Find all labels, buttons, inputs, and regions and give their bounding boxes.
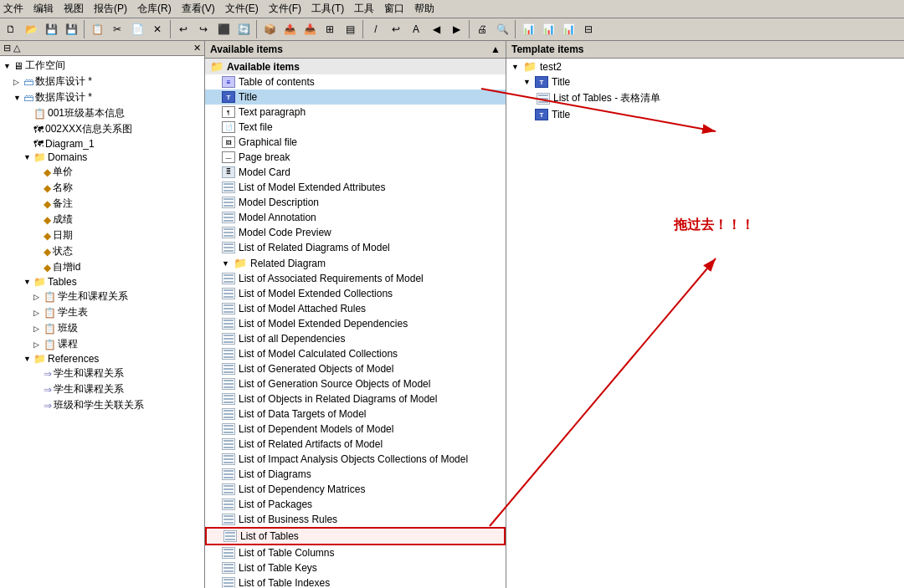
tb-btn17[interactable]: 📊 [559,20,578,38]
menu-repo[interactable]: 仓库(R) [137,2,172,16]
tb-btn4[interactable]: 📤 [280,20,299,38]
item-ext-deps[interactable]: List of Model Extended Dependencies [205,316,506,331]
tree-references[interactable]: ▼ 📁 References [22,352,203,366]
tree-ref2[interactable]: ⇒ 学生和课程关系 [32,381,203,397]
item-model-desc[interactable]: Model Description [205,195,506,210]
tb-save[interactable]: 💾 [42,20,60,38]
item-attached-rules[interactable]: List of Model Attached Rules [205,301,506,316]
menu-filef[interactable]: 文件(F) [269,2,301,16]
item-assoc-req[interactable]: List of Associated Requirements of Model [205,271,506,286]
tree-ref3[interactable]: ⇒ 班级和学生关联关系 [32,397,203,413]
tb-btn8[interactable]: / [367,20,385,38]
tmpl-title1[interactable]: ▼ T Title [506,74,904,89]
item-model-code[interactable]: Model Code Preview [205,225,506,240]
menu-filee[interactable]: 文件(E) [225,2,259,16]
item-calc-coll[interactable]: List of Model Calculated Collections [205,346,506,361]
item-gen-source[interactable]: List of Generation Source Objects of Mod… [205,376,506,391]
menu-window[interactable]: 窗口 [384,2,404,16]
item-title[interactable]: T Title [205,89,506,105]
tree-tables[interactable]: ▼ 📁 Tables [22,275,203,289]
tb-paste[interactable]: 📄 [128,20,146,38]
item-impact-analysis[interactable]: List of Impact Analysis Objects Collecti… [205,452,506,467]
tb-btn11[interactable]: ◀ [427,20,445,38]
tmpl-test2[interactable]: ▼ 📁 test2 [506,59,904,74]
item-biz-rules[interactable]: List of Business Rules [205,512,506,527]
tb-btn13[interactable]: 🖨 [473,20,491,38]
tree-domain-name[interactable]: ◆ 名称 [32,180,203,196]
tree-db1[interactable]: ▷ 🗃 数据库设计 * [12,74,203,89]
tree-table-course[interactable]: ▷ 📋 课程 [32,336,203,352]
tree-diagram1[interactable]: 🗺 Diagram_1 [22,137,203,151]
tmpl-title2[interactable]: T Title [506,107,904,122]
tb-btn1[interactable]: ⬛ [214,20,233,38]
item-related-artifacts[interactable]: List of Related Artifacts of Model [205,437,506,452]
tree-ref1[interactable]: ⇒ 学生和课程关系 [32,366,203,381]
tree-db2[interactable]: ▼ 🗃 数据库设计 * [12,89,203,105]
tb-redo[interactable]: ↪ [194,20,213,38]
tree-domain-status[interactable]: ◆ 状态 [32,243,203,259]
tb-cut[interactable]: ✂ [108,20,126,38]
tree-workspace[interactable]: ▼ 🖥 工作空间 [2,58,203,74]
tree-table001[interactable]: 📋 001班级基本信息 [22,105,203,121]
item-gen-objects[interactable]: List of Generated Objects of Model [205,361,506,376]
tb-btn3[interactable]: 📦 [260,20,279,38]
item-model-card[interactable]: ≣ Model Card [205,165,506,180]
tb-btn16[interactable]: 📊 [539,20,557,38]
menu-tools-t[interactable]: 工具(T) [311,2,344,16]
item-text-file[interactable]: 📄 Text file [205,120,506,135]
tb-btn5[interactable]: 📥 [300,20,319,38]
tree-domains[interactable]: ▼ 📁 Domains [22,151,203,164]
menu-file[interactable]: 文件 [3,2,23,16]
item-model-ext-attrs[interactable]: List of Model Extended Attributes [205,180,506,195]
item-model-annot[interactable]: Model Annotation [205,210,506,225]
item-page-break[interactable]: — Page break [205,150,506,165]
tb-btn7[interactable]: ▤ [341,20,359,38]
menu-look[interactable]: 查看(V) [182,2,215,16]
item-ext-coll[interactable]: List of Model Extended Collections [205,286,506,301]
tree-table-sc[interactable]: ▷ 📋 学生和课程关系 [32,289,203,304]
item-dep-models[interactable]: List of Dependent Models of Model [205,422,506,437]
item-all-deps[interactable]: List of all Dependencies [205,331,506,346]
tree-domain-note[interactable]: ◆ 备注 [32,196,203,212]
tb-save2[interactable]: 💾 [62,20,80,38]
item-table-indexes[interactable]: List of Table Indexes [205,575,506,588]
item-data-targets[interactable]: List of Data Targets of Model [205,406,506,422]
item-table-keys[interactable]: List of Table Keys [205,560,506,575]
tree-domain-price[interactable]: ◆ 单价 [32,164,203,180]
menu-help[interactable]: 帮助 [414,2,434,16]
tb-btn18[interactable]: ⊟ [579,20,598,38]
item-table-cols[interactable]: List of Table Columns [205,545,506,560]
tree-domain-id[interactable]: ◆ 自增id [32,259,203,275]
item-list-diagrams[interactable]: List of Diagrams [205,467,506,482]
tb-copy[interactable]: 📋 [88,20,106,38]
item-packages[interactable]: List of Packages [205,497,506,512]
item-text-para[interactable]: ¶ Text paragraph [205,105,506,120]
item-graphical-file[interactable]: 🖼 Graphical file [205,135,506,150]
tree-diagram002[interactable]: 🗺 002XXX信息关系图 [22,121,203,137]
tb-btn12[interactable]: ▶ [447,20,465,38]
tree-domain-date[interactable]: ◆ 日期 [32,228,203,243]
menu-report[interactable]: 报告(P) [94,2,127,16]
tb-btn2[interactable]: 🔄 [234,20,253,38]
item-list-related-diag[interactable]: List of Related Diagrams of Model [205,240,506,255]
tb-btn10[interactable]: A [407,20,425,38]
workspace-controls[interactable]: ✕ [193,43,201,54]
available-scroll-btn[interactable]: ▲ [491,43,501,55]
item-related-diagram[interactable]: ▼ 📁 Related Diagram [205,255,506,271]
tree-domain-score[interactable]: ◆ 成绩 [32,212,203,228]
tb-btn9[interactable]: ↩ [387,20,405,38]
tb-open[interactable]: 📂 [22,20,40,38]
tb-btn15[interactable]: 📊 [519,20,537,38]
tb-undo[interactable]: ↩ [174,20,193,38]
item-objects-related[interactable]: List of Objects in Related Diagrams of M… [205,391,506,406]
menu-view[interactable]: 视图 [64,2,84,16]
tb-btn6[interactable]: ⊞ [321,20,339,38]
tb-delete[interactable]: ✕ [148,20,167,38]
item-toc[interactable]: ≡ Table of contents [205,74,506,89]
tree-table-class[interactable]: ▷ 📋 班级 [32,320,203,336]
menu-edit[interactable]: 编辑 [33,2,54,16]
tmpl-list-tables[interactable]: List of Tables - 表格清单 [506,89,904,107]
item-dep-matrices[interactable]: List of Dependency Matrices [205,482,506,497]
tree-table-student[interactable]: ▷ 📋 学生表 [32,304,203,320]
tb-btn14[interactable]: 🔍 [493,20,511,38]
